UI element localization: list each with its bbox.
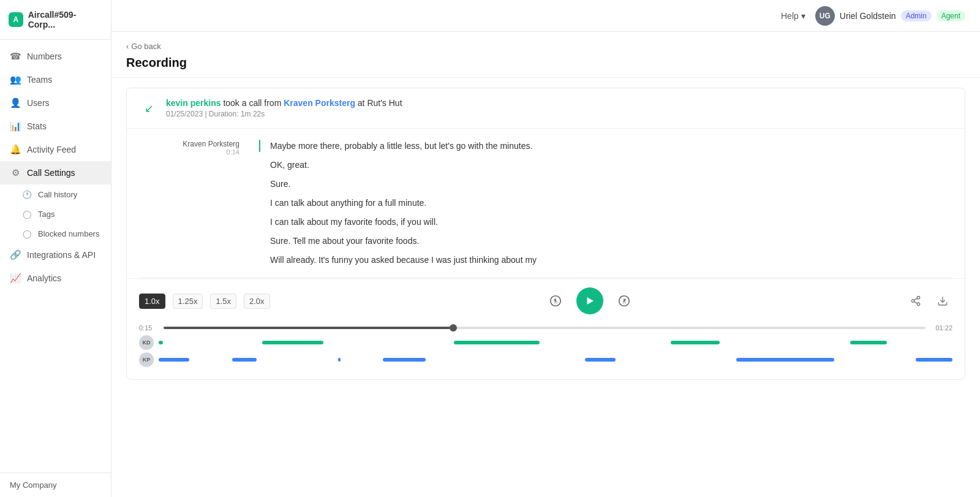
sidebar-item-tags[interactable]: ◯ Tags: [0, 204, 111, 224]
play-pause-button[interactable]: [576, 287, 603, 314]
topbar: Help ▾ UG Uriel Goldstein Admin Agent: [111, 0, 980, 32]
chevron-down-icon: ▾: [801, 11, 805, 21]
users-icon: 👤: [10, 97, 21, 108]
app-logo-icon: A: [9, 12, 23, 27]
agent-name: kevin perkins: [166, 98, 221, 108]
sidebar-item-label: Analytics: [27, 273, 61, 283]
sidebar-item-users[interactable]: 👤 Users: [0, 91, 111, 115]
transcript-line-1: Kraven Porksterg 0:14 Maybe more there, …: [127, 136, 965, 270]
wave-segment: [454, 341, 540, 344]
sidebar-item-blocked-numbers[interactable]: ◯ Blocked numbers: [0, 224, 111, 243]
waveform-track-kd: [159, 340, 952, 345]
sidebar-item-activity-feed[interactable]: 🔔 Activity Feed: [0, 138, 111, 161]
numbers-icon: ☎: [10, 51, 21, 62]
waveform-row-kp: KP: [139, 352, 952, 367]
sidebar-item-numbers[interactable]: ☎ Numbers: [0, 45, 111, 68]
avatar: UG: [815, 6, 835, 26]
sidebar-logo[interactable]: A Aircall#509-Corp...: [0, 0, 111, 40]
wave-segment: [916, 358, 952, 362]
duration-label: Duration:: [209, 110, 239, 118]
call-date: 01/25/2023: [166, 110, 203, 118]
blocked-icon: ◯: [22, 229, 32, 238]
wave-segment: [262, 341, 323, 344]
player-right-controls: [906, 291, 952, 311]
speaker-name: Kraven Porksterg: [139, 140, 239, 148]
caller-name: Kraven Porksterg: [284, 98, 355, 108]
wave-segment: [338, 358, 341, 362]
progress-fill: [164, 327, 453, 329]
call-details: kevin perkins took a call from Kraven Po…: [166, 98, 402, 118]
stats-icon: 📊: [10, 121, 21, 132]
main-content: Help ▾ UG Uriel Goldstein Admin Agent ‹ …: [111, 0, 980, 497]
player-controls: 1.0x 1.25x 1.5x 2.0x 10: [127, 278, 965, 319]
company-name: Rut's Hut: [367, 98, 402, 108]
activity-icon: 🔔: [10, 144, 21, 155]
sidebar-item-stats[interactable]: 📊 Stats: [0, 115, 111, 138]
go-back-link[interactable]: ‹ Go back: [126, 42, 965, 51]
sidebar-item-call-settings[interactable]: ⚙ Call Settings: [0, 161, 111, 184]
sidebar: A Aircall#509-Corp... ☎ Numbers 👥 Teams …: [0, 0, 111, 497]
sidebar-item-analytics[interactable]: 📈 Analytics: [0, 267, 111, 290]
transcript-divider: [259, 140, 260, 152]
company-name: My Company: [10, 480, 57, 490]
transcript-text-1: Maybe more there, probably a little less…: [270, 140, 952, 267]
waveform-row-kd: KD: [139, 335, 952, 350]
sidebar-item-label: Teams: [27, 75, 52, 85]
sidebar-sub-label: Blocked numbers: [38, 229, 99, 238]
agent-badge: Agent: [937, 10, 965, 21]
sidebar-item-teams[interactable]: 👥 Teams: [0, 68, 111, 91]
svg-point-5: [917, 297, 920, 300]
go-back-label: Go back: [131, 42, 160, 51]
sidebar-item-call-history[interactable]: 🕐 Call history: [0, 184, 111, 204]
wave-segment: [159, 358, 189, 362]
sidebar-item-integrations[interactable]: 🔗 Integrations & API: [0, 243, 111, 267]
teams-icon: 👥: [10, 74, 21, 85]
wave-segment: [159, 341, 163, 344]
share-button[interactable]: [906, 291, 925, 311]
speed-controls: 1.0x 1.25x 1.5x 2.0x: [139, 294, 274, 309]
speed-2x-button[interactable]: 2.0x: [244, 294, 270, 309]
sidebar-item-label: Numbers: [27, 51, 62, 61]
call-summary: kevin perkins took a call from Kraven Po…: [166, 98, 402, 108]
sidebar-item-label: Activity Feed: [27, 145, 76, 154]
svg-point-7: [917, 303, 920, 306]
call-history-icon: 🕐: [22, 189, 32, 199]
current-time: 0:15: [139, 324, 159, 332]
user-menu[interactable]: UG Uriel Goldstein Admin Agent: [815, 6, 965, 26]
sidebar-item-label: Stats: [27, 121, 47, 131]
svg-text:10: 10: [622, 300, 626, 304]
download-button[interactable]: [933, 291, 952, 311]
sidebar-footer[interactable]: My Company: [0, 472, 111, 497]
speaker-time: 0:14: [139, 148, 239, 156]
speed-1x-button[interactable]: 1.0x: [139, 294, 165, 309]
speed-15x-button[interactable]: 1.5x: [210, 294, 236, 309]
sidebar-nav: ☎ Numbers 👥 Teams 👤 Users 📊 Stats 🔔 Acti…: [0, 40, 111, 472]
speaker-avatar-kp: KP: [139, 352, 154, 367]
rewind-button[interactable]: 10: [545, 290, 567, 312]
page-title: Recording: [126, 56, 965, 70]
forward-button[interactable]: 10: [613, 290, 635, 312]
tags-icon: ◯: [22, 209, 32, 219]
wave-segment: [383, 358, 426, 362]
wave-segment: [736, 358, 834, 362]
incoming-call-icon: ↙: [139, 99, 159, 118]
progress-bar-row: 0:15 01:22: [139, 324, 952, 332]
sidebar-item-label: Call Settings: [27, 168, 75, 178]
speaker-avatar-kd: KD: [139, 335, 154, 350]
sidebar-sub-label: Tags: [38, 210, 55, 219]
call-info-header: ↙ kevin perkins took a call from Kraven …: [127, 88, 965, 129]
sidebar-item-label: Integrations & API: [27, 250, 96, 260]
analytics-icon: 📈: [10, 273, 21, 284]
waveform-track-kp: [159, 357, 952, 362]
progress-track[interactable]: [164, 327, 925, 329]
back-arrow-icon: ‹: [126, 42, 129, 51]
content-area: ‹ Go back Recording ↙ kevin perkins took…: [111, 32, 980, 497]
svg-point-6: [911, 300, 914, 303]
call-duration: 1m 22s: [241, 110, 265, 118]
call-action-text: took a call from: [223, 98, 281, 108]
call-meta: 01/25/2023 | Duration: 1m 22s: [166, 110, 402, 118]
help-menu[interactable]: Help ▾: [781, 11, 805, 21]
speed-125x-button[interactable]: 1.25x: [173, 294, 203, 309]
player-row: 1.0x 1.25x 1.5x 2.0x 10: [139, 287, 952, 314]
admin-badge: Admin: [901, 10, 932, 21]
